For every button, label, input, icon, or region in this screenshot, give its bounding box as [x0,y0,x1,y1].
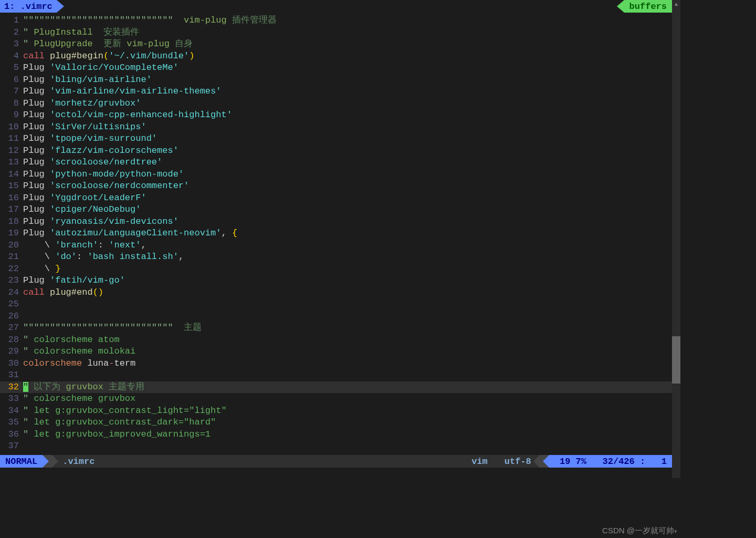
code-line[interactable]: 15Plug 'scrooloose/nerdcommenter' [0,180,672,192]
code-line[interactable]: 20 \ 'branch': 'next', [0,240,672,252]
code-line[interactable]: 29" colorscheme molokai [0,346,672,358]
code-content[interactable]: " colorscheme gruvbox [23,393,672,405]
code-line[interactable]: 4call plug#begin('~/.vim/bundle') [0,50,672,63]
code-line[interactable]: 1"""""""""""""""""""""""""""" vim-plug 插… [0,15,672,27]
code-line[interactable]: 31 [0,369,672,381]
code-content[interactable]: Plug 'tpope/vim-surround' [23,133,672,145]
code-line[interactable]: 23Plug 'fatih/vim-go' [0,275,672,287]
code-content[interactable]: """""""""""""""""""""""""""" 主题 [23,322,672,334]
code-content[interactable]: Plug 'scrooloose/nerdtree' [23,157,672,169]
code-content[interactable]: call plug#begin('~/.vim/bundle') [23,50,672,63]
code-line[interactable]: 25 [0,298,672,311]
status-bar: NORMAL .vimrc vim utf-8 19 7% 32/426 : 1 [0,455,672,468]
code-area[interactable]: 1"""""""""""""""""""""""""""" vim-plug 插… [0,13,672,454]
code-line[interactable]: 9Plug 'octol/vim-cpp-enhanced-highlight' [0,109,672,121]
code-content[interactable]: Plug 'autozimu/LanguageClient-neovim', { [23,227,672,240]
tab-active[interactable]: 1: .vimrc [0,0,57,13]
code-content[interactable]: call plug#end() [23,287,672,299]
code-content[interactable]: Plug 'octol/vim-cpp-enhanced-highlight' [23,109,672,121]
code-line[interactable]: 18Plug 'ryanoasis/vim-devicons' [0,216,672,228]
code-content[interactable]: Plug 'SirVer/ultisnips' [23,121,672,133]
code-line[interactable]: 37 [0,440,672,452]
line-number: 33 [0,393,23,405]
code-content[interactable]: " let g:gruvbox_contrast_light="light" [23,405,672,417]
code-line[interactable]: 6Plug 'bling/vim-airline' [0,74,672,86]
line-number: 28 [0,334,23,346]
code-line[interactable]: 14Plug 'python-mode/python-mode' [0,169,672,181]
code-line[interactable]: 16Plug 'Yggdroot/LeaderF' [0,192,672,204]
code-line[interactable]: 3" PlugUpgrade 更新 vim-plug 自身 [0,38,672,50]
line-number: 8 [0,98,23,110]
code-line[interactable]: 19Plug 'autozimu/LanguageClient-neovim',… [0,227,672,240]
line-number: 5 [0,62,23,74]
line-number: 14 [0,169,23,181]
code-line[interactable]: 26 [0,311,672,323]
code-content[interactable] [23,311,672,323]
line-number: 32 [0,381,23,394]
code-line[interactable]: 17Plug 'cpiger/NeoDebug' [0,204,672,216]
code-content[interactable]: Plug 'scrooloose/nerdcommenter' [23,180,672,192]
code-line[interactable]: 24call plug#end() [0,287,672,299]
code-content[interactable]: Plug 'python-mode/python-mode' [23,169,672,181]
code-content[interactable] [23,369,672,381]
code-content[interactable]: Plug 'vim-airline/vim-airline-themes' [23,86,672,98]
line-number: 35 [0,417,23,429]
code-line[interactable]: 8Plug 'morhetz/gruvbox' [0,98,672,110]
code-content[interactable]: " 以下为 gruvbox 主题专用 [23,381,672,394]
code-content[interactable]: Plug 'ryanoasis/vim-devicons' [23,216,672,228]
line-number: 30 [0,358,23,370]
code-content[interactable]: """""""""""""""""""""""""""" vim-plug 插件… [23,15,672,27]
status-mode: NORMAL [0,455,43,468]
code-line[interactable]: 34" let g:gruvbox_contrast_light="light" [0,405,672,417]
scroll-thumb[interactable] [672,336,680,384]
code-line[interactable]: 12Plug 'flazz/vim-colorschemes' [0,145,672,157]
code-content[interactable]: Plug 'morhetz/gruvbox' [23,98,672,110]
code-content[interactable]: Plug 'Valloric/YouCompleteMe' [23,62,672,74]
code-content[interactable] [23,298,672,311]
code-line[interactable]: 7Plug 'vim-airline/vim-airline-themes' [0,86,672,98]
code-content[interactable]: " PlugUpgrade 更新 vim-plug 自身 [23,38,672,50]
code-line[interactable]: 27"""""""""""""""""""""""""""" 主题 [0,322,672,334]
code-content[interactable]: Plug 'flazz/vim-colorschemes' [23,145,672,157]
code-line[interactable]: 2" PlugInstall 安装插件 [0,27,672,39]
line-number: 15 [0,180,23,192]
line-number: 7 [0,86,23,98]
line-number: 27 [0,322,23,334]
code-content[interactable]: colorscheme luna-term [23,358,672,370]
line-number: 1 [0,15,23,27]
line-number: 17 [0,204,23,216]
code-content[interactable]: Plug 'cpiger/NeoDebug' [23,204,672,216]
code-line[interactable]: 30colorscheme luna-term [0,358,672,370]
line-number: 29 [0,346,23,358]
code-content[interactable]: " colorscheme atom [23,334,672,346]
code-content[interactable] [23,440,672,452]
code-content[interactable]: " let g:gruvbox_improved_warnings=1 [23,429,672,441]
line-number: 6 [0,74,23,86]
line-number: 23 [0,275,23,287]
scroll-up-icon[interactable]: ▲ [672,0,680,8]
code-content[interactable]: " let g:gruvbox_contrast_dark="hard" [23,417,672,429]
code-line[interactable]: 10Plug 'SirVer/ultisnips' [0,121,672,133]
code-line[interactable]: 28" colorscheme atom [0,334,672,346]
code-content[interactable]: " colorscheme molokai [23,346,672,358]
code-line[interactable]: 22 \ } [0,263,672,275]
code-content[interactable]: \ } [23,263,672,275]
code-line[interactable]: 13Plug 'scrooloose/nerdtree' [0,157,672,169]
code-content[interactable]: Plug 'bling/vim-airline' [23,74,672,86]
code-content[interactable]: \ 'do': 'bash install.sh', [23,251,672,263]
code-line[interactable]: 33" colorscheme gruvbox [0,393,672,405]
line-number: 31 [0,369,23,381]
code-content[interactable]: Plug 'Yggdroot/LeaderF' [23,192,672,204]
code-content[interactable]: " PlugInstall 安装插件 [23,27,672,39]
code-line[interactable]: 36" let g:gruvbox_improved_warnings=1 [0,429,672,441]
code-content[interactable]: Plug 'fatih/vim-go' [23,275,672,287]
code-line[interactable]: 5Plug 'Valloric/YouCompleteMe' [0,62,672,74]
code-content[interactable]: \ 'branch': 'next', [23,240,672,252]
tab-bar: 1: .vimrc buffers [0,0,672,13]
buffers-label[interactable]: buffers [624,0,672,13]
code-line[interactable]: 32" 以下为 gruvbox 主题专用 [0,381,672,394]
code-line[interactable]: 11Plug 'tpope/vim-surround' [0,133,672,145]
code-line[interactable]: 21 \ 'do': 'bash install.sh', [0,251,672,263]
scrollbar[interactable]: ▲ [672,0,680,478]
code-line[interactable]: 35" let g:gruvbox_contrast_dark="hard" [0,417,672,429]
